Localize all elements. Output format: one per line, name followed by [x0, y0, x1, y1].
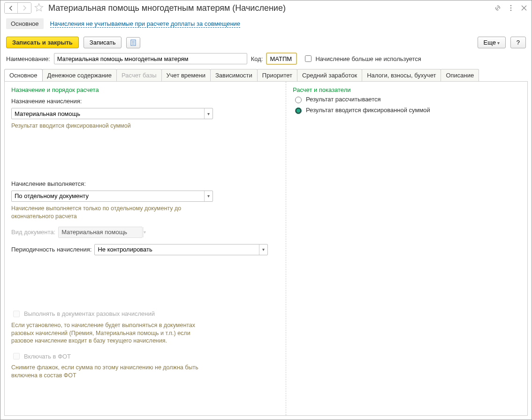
chevron-down-icon[interactable]: ▾	[204, 108, 213, 119]
close-icon[interactable]	[520, 4, 528, 12]
radio-calculated[interactable]	[295, 97, 302, 103]
chevron-down-icon[interactable]: ▾	[204, 191, 213, 201]
name-input[interactable]	[54, 53, 247, 64]
section-calc-title: Расчет и показатели	[293, 86, 521, 93]
toolbar: Записать и закрыть Записать Еще ?	[0, 34, 532, 51]
tab-main[interactable]: Основное	[4, 69, 43, 81]
right-column: Расчет и показатели Результат рассчитыва…	[286, 82, 527, 415]
section-nav-link-excluded[interactable]: Начисления не учитываемые при расчете до…	[50, 20, 241, 28]
perform-hint: Начисление выполняется только по отдельн…	[11, 205, 208, 221]
period-label: Периодичность начисления:	[11, 246, 91, 253]
kebab-menu-icon[interactable]	[507, 4, 515, 12]
perform-label: Начисление выполняется:	[11, 180, 86, 187]
tab-desc[interactable]: Описание	[441, 69, 479, 81]
nav-forward-button[interactable]	[18, 3, 31, 13]
code-label: Код:	[251, 55, 263, 62]
svg-point-1	[510, 8, 512, 9]
svg-point-2	[510, 10, 512, 11]
onceoff-checkbox	[13, 311, 20, 317]
period-combo-input[interactable]	[95, 244, 259, 255]
window: Материальная помощь многодетным матерям …	[0, 0, 532, 420]
period-combo[interactable]: ▾	[94, 244, 268, 255]
save-button[interactable]: Записать	[84, 37, 122, 48]
help-button[interactable]: ?	[510, 37, 526, 48]
name-label: Наименование:	[6, 55, 50, 62]
titlebar: Материальная помощь многодетным матерям …	[0, 0, 532, 15]
unused-label: Начисление больше не используется	[315, 55, 421, 62]
section-purpose-title: Назначение и порядок расчета	[11, 86, 279, 93]
title-right-controls	[494, 4, 528, 12]
tabs: Основное Денежное содержание Расчет базы…	[0, 69, 532, 81]
section-nav-main[interactable]: Основное	[6, 18, 44, 29]
tab-priority[interactable]: Приоритет	[257, 69, 297, 81]
doc-combo: ▾	[58, 227, 143, 238]
list-report-button[interactable]	[126, 37, 140, 48]
tab-deps[interactable]: Зависимости	[210, 69, 258, 81]
favorite-star-icon[interactable]	[34, 3, 44, 14]
radio-calculated-label: Результат рассчитывается	[306, 96, 381, 103]
more-button[interactable]: Еще	[478, 37, 506, 48]
tab-content: Назначение и порядок расчета Назначение …	[4, 81, 528, 416]
tab-money[interactable]: Денежное содержание	[42, 69, 117, 81]
tab-base[interactable]: Расчет базы	[116, 69, 162, 81]
unused-checkbox[interactable]	[305, 55, 312, 62]
save-and-close-button[interactable]: Записать и закрыть	[6, 37, 79, 48]
purpose-combo[interactable]: ▾	[11, 108, 213, 119]
purpose-label: Назначение начисления:	[11, 98, 82, 105]
doc-label: Вид документа:	[11, 229, 55, 236]
tab-time[interactable]: Учет времени	[161, 69, 211, 81]
tab-taxes[interactable]: Налоги, взносы, бухучет	[362, 69, 441, 81]
page-title: Материальная помощь многодетным матерям …	[48, 3, 491, 13]
svg-point-0	[510, 5, 512, 7]
onceoff-hint: Если установлено, то начисление будет вы…	[11, 321, 208, 345]
code-input[interactable]	[266, 53, 296, 64]
section-nav: Основное Начисления не учитываемые при р…	[0, 15, 532, 34]
chevron-down-icon[interactable]: ▾	[259, 244, 267, 255]
fot-checkbox	[13, 353, 20, 359]
perform-combo[interactable]: ▾	[11, 191, 213, 202]
link-icon[interactable]	[494, 4, 502, 12]
tab-avg[interactable]: Средний заработок	[297, 69, 362, 81]
chevron-down-icon: ▾	[143, 227, 146, 237]
purpose-hint: Результат вводится фиксированной суммой	[11, 122, 279, 130]
purpose-combo-input[interactable]	[12, 108, 204, 119]
radio-fixed-label: Результат вводится фиксированной суммой	[306, 107, 430, 114]
header-fields: Наименование: Код: Начисление больше не …	[0, 51, 532, 69]
left-column: Назначение и порядок расчета Назначение …	[5, 82, 286, 415]
fot-hint: Снимите флажок, если сумма по этому начи…	[11, 364, 208, 380]
radio-fixed[interactable]	[295, 107, 302, 114]
perform-combo-input[interactable]	[12, 191, 204, 201]
onceoff-label: Выполнять в документах разовых начислени…	[24, 310, 155, 317]
nav-back-button[interactable]	[5, 3, 18, 13]
nav-arrows	[4, 2, 31, 14]
doc-combo-input	[59, 227, 143, 237]
fot-label: Включать в ФОТ	[24, 353, 71, 360]
